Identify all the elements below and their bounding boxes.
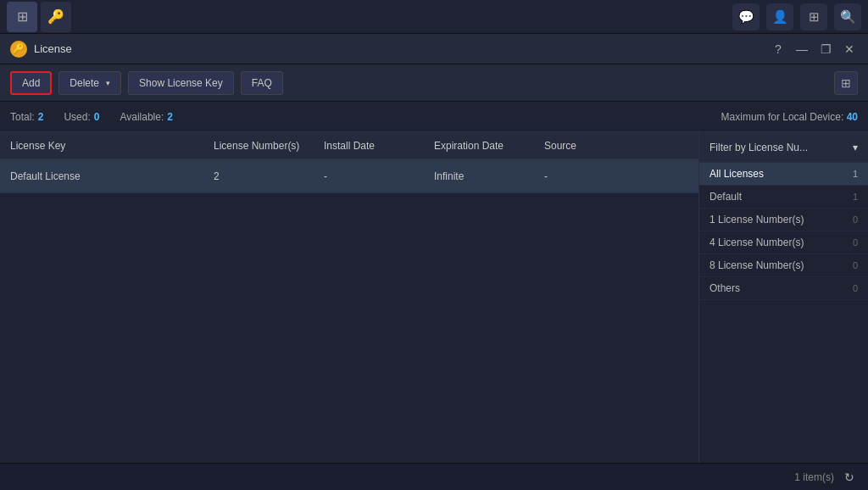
user-icon[interactable]: 👤: [766, 3, 793, 31]
layout-toggle-button[interactable]: ⊞: [834, 71, 858, 95]
items-count: 1 item(s): [794, 471, 834, 483]
toolbar: Add Delete ▾ Show License Key FAQ ⊞: [0, 64, 868, 102]
available-stat: Available: 2: [120, 111, 173, 123]
top-bar-left: ⊞ 🔑: [7, 2, 71, 32]
col-header-license-key: License Key: [10, 140, 214, 152]
filter-item-label: Others: [709, 282, 740, 294]
toolbar-right: ⊞: [834, 71, 858, 95]
window-icon: 🔑: [10, 41, 27, 58]
max-stat: Maximum for Local Device: 40: [721, 111, 858, 123]
license-window: 🔑 License ? — ❐ ✕ Add Delete ▾ Show Lice…: [0, 34, 868, 490]
filter-item[interactable]: All Licenses1: [699, 163, 868, 186]
cell-source: -: [544, 170, 688, 182]
filter-items: All Licenses1Default11 License Number(s)…: [699, 163, 868, 463]
col-header-install-date: Install Date: [324, 140, 434, 152]
stats-bar: Total: 2 Used: 0 Available: 2 Maximum fo…: [0, 102, 868, 132]
filter-item-count: 1: [853, 192, 858, 202]
filter-item-count: 1: [853, 169, 858, 179]
cell-install-date: -: [324, 170, 434, 182]
filter-item-count: 0: [853, 214, 858, 225]
filter-item[interactable]: Default1: [699, 186, 868, 209]
cell-expiration: Infinite: [434, 170, 544, 182]
total-label: Total:: [10, 111, 35, 123]
filter-item[interactable]: 8 License Number(s)0: [699, 254, 868, 277]
used-label: Used:: [64, 111, 90, 123]
table-area: License Key License Number(s) Install Da…: [0, 132, 698, 463]
cell-license-num: 2: [214, 170, 324, 182]
help-button[interactable]: ?: [770, 41, 787, 58]
total-stat: Total: 2: [10, 111, 43, 123]
available-value: 2: [167, 111, 173, 123]
add-button[interactable]: Add: [10, 71, 52, 95]
filter-item[interactable]: 4 License Number(s)0: [699, 231, 868, 254]
filter-item-label: 1 License Number(s): [709, 214, 804, 226]
main-content: License Key License Number(s) Install Da…: [0, 132, 868, 463]
sidebar-filter: Filter by License Nu... ▾ All Licenses1D…: [698, 132, 868, 463]
minimize-button[interactable]: —: [793, 41, 810, 58]
status-bar: 1 item(s) ↻: [0, 463, 868, 490]
show-license-key-button[interactable]: Show License Key: [128, 71, 234, 95]
grid-icon[interactable]: ⊞: [800, 3, 827, 31]
filter-item-label: 4 License Number(s): [709, 237, 804, 248]
delete-button[interactable]: Delete ▾: [58, 71, 121, 95]
chat-icon[interactable]: 💬: [732, 3, 760, 31]
apps-icon[interactable]: ⊞: [7, 2, 37, 32]
top-bar: ⊞ 🔑 💬 👤 ⊞ 🔍: [0, 0, 868, 34]
search-icon[interactable]: 🔍: [834, 3, 861, 31]
table-row[interactable]: Default License 2 - Infinite -: [0, 159, 698, 193]
filter-item-count: 0: [853, 237, 858, 248]
col-header-license-num: License Number(s): [214, 140, 324, 152]
refresh-button[interactable]: ↻: [841, 469, 858, 486]
filter-item-count: 0: [853, 283, 858, 293]
delete-dropdown-arrow: ▾: [106, 79, 110, 87]
titlebar-left: 🔑 License: [10, 41, 72, 58]
used-value: 0: [94, 111, 100, 123]
window-title: License: [34, 42, 72, 55]
total-value: 2: [38, 111, 44, 123]
filter-item[interactable]: Others0: [699, 277, 868, 300]
filter-item[interactable]: 1 License Number(s)0: [699, 209, 868, 231]
table-header: License Key License Number(s) Install Da…: [0, 132, 698, 159]
maximize-button[interactable]: ❐: [817, 41, 834, 58]
max-label: Maximum for Local Device:: [721, 111, 844, 123]
key-icon[interactable]: 🔑: [41, 2, 71, 32]
col-header-expiration: Expiration Date: [434, 140, 544, 152]
max-value: 40: [847, 111, 858, 123]
cell-license-key: Default License: [10, 170, 214, 182]
col-header-source: Source: [544, 140, 688, 152]
available-label: Available:: [120, 111, 164, 123]
used-stat: Used: 0: [64, 111, 99, 123]
filter-header-text: Filter by License Nu...: [709, 142, 808, 153]
filter-item-count: 0: [853, 260, 858, 270]
filter-dropdown-arrow: ▾: [853, 142, 858, 153]
window-titlebar: 🔑 License ? — ❐ ✕: [0, 34, 868, 64]
titlebar-controls: ? — ❐ ✕: [770, 41, 858, 58]
table-body: Default License 2 - Infinite -: [0, 159, 698, 463]
top-bar-right: 💬 👤 ⊞ 🔍: [732, 3, 861, 31]
close-button[interactable]: ✕: [841, 41, 858, 58]
filter-item-label: Default: [709, 191, 742, 203]
filter-header[interactable]: Filter by License Nu... ▾: [699, 132, 868, 163]
filter-item-label: 8 License Number(s): [709, 259, 804, 271]
filter-item-label: All Licenses: [709, 168, 764, 180]
faq-button[interactable]: FAQ: [241, 71, 283, 95]
